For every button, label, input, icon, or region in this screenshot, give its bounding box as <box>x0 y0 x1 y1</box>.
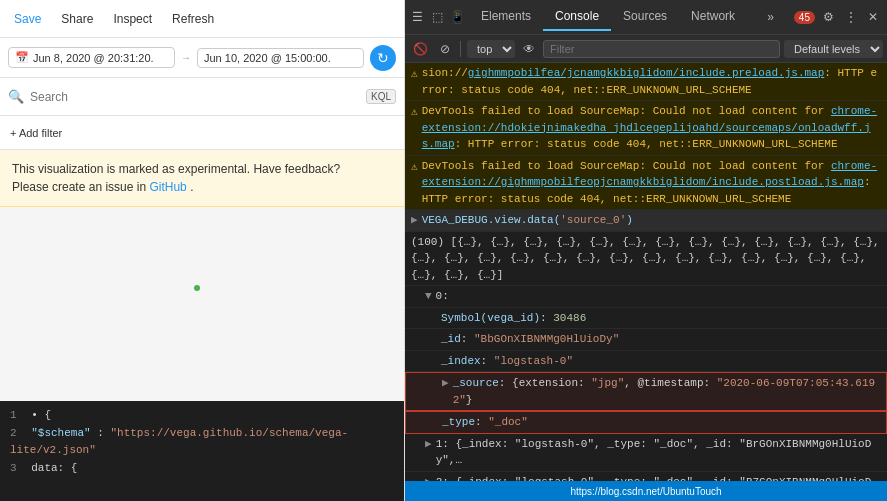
warning-line2: Please create an issue in <box>12 180 149 194</box>
console-filter-input[interactable] <box>543 40 780 58</box>
expand-2[interactable]: ▶ <box>425 474 432 482</box>
kql-badge[interactable]: KQL <box>366 89 396 104</box>
auto-refresh-button[interactable]: ↻ <box>370 45 396 71</box>
console-vega-cmd: ▶ VEGA_DEBUG.view.data('source_0') <box>405 210 887 232</box>
log-level-select[interactable]: Default levels <box>784 40 883 58</box>
console-symbol: Symbol(vega_id): 30486 <box>405 308 887 330</box>
source-map-link-2[interactable]: chrome-extension://hdokiejnimakedha jhdl… <box>422 105 878 150</box>
expand-1[interactable]: ▶ <box>425 436 432 453</box>
date-from-value: Jun 8, 2020 @ 20:31:20. <box>33 52 154 64</box>
console-source-highlighted: ▶ _source: {extension: "jpg", @timestamp… <box>405 372 887 411</box>
calendar-icon: 📅 <box>15 51 29 64</box>
console-warning-1: ⚠ sion://gighmmpobilfea/jcnamgkkbiglidom… <box>405 63 887 101</box>
date-to-picker[interactable]: Jun 10, 2020 @ 15:00:00. <box>197 48 364 68</box>
status-bar: https://blog.csdn.net/UbuntuTouch <box>405 481 887 501</box>
devtools-menu-icon[interactable]: ☰ <box>409 9 425 25</box>
console-warning-2-text: DevTools failed to load SourceMap: Could… <box>422 103 881 153</box>
item-0-label: 0: <box>436 288 881 305</box>
warning-icon: ⚠ <box>411 66 418 83</box>
devtools-panel: ☰ ⬚ 📱 Elements Console Sources Network »… <box>405 0 887 501</box>
console-item-0: ▼ 0: <box>405 286 887 308</box>
tab-console[interactable]: Console <box>543 3 611 31</box>
left-toolbar: Save Share Inspect Refresh <box>0 0 404 38</box>
devtools-device-icon[interactable]: 📱 <box>449 9 465 25</box>
toolbar-separator <box>460 41 461 57</box>
save-button[interactable]: Save <box>10 10 45 28</box>
warning-box: This visualization is marked as experime… <box>0 150 404 207</box>
tab-sources[interactable]: Sources <box>611 3 679 31</box>
search-input[interactable] <box>30 90 360 104</box>
close-devtools-icon[interactable]: ✕ <box>865 9 881 25</box>
error-count-badge: 45 <box>794 11 815 24</box>
devtools-tab-bar: ☰ ⬚ 📱 Elements Console Sources Network »… <box>405 0 887 35</box>
warning-icon-2: ⚠ <box>411 104 418 121</box>
vertical-dots-icon[interactable]: ⋮ <box>843 9 859 25</box>
warning-line1: This visualization is marked as experime… <box>12 162 340 176</box>
github-link[interactable]: GitHub <box>149 180 186 194</box>
console-id: _id: "BbGOnXIBNMMg0HlUioDy" <box>405 329 887 351</box>
warning-icon-3: ⚠ <box>411 159 418 176</box>
eye-icon[interactable]: 👁 <box>519 40 539 58</box>
date-from-picker[interactable]: 📅 Jun 8, 2020 @ 20:31:20. <box>8 47 175 68</box>
code-area: 1 • { 2 "$schema" : "https://vega.github… <box>0 401 404 501</box>
devtools-inspect-icon[interactable]: ⬚ <box>429 9 445 25</box>
clear-console-icon[interactable]: 🚫 <box>409 40 432 58</box>
status-url: https://blog.csdn.net/UbuntuTouch <box>413 486 879 497</box>
settings-icon[interactable]: ⚙ <box>821 9 837 25</box>
context-select[interactable]: top <box>467 40 515 58</box>
date-to-value: Jun 10, 2020 @ 15:00:00. <box>204 52 331 64</box>
refresh-button[interactable]: Refresh <box>168 10 218 28</box>
chart-area <box>0 207 404 401</box>
code-line-3: 3 data: { <box>10 460 394 478</box>
console-type-highlighted: _type: "_doc" <box>405 411 887 434</box>
inspect-button[interactable]: Inspect <box>109 10 156 28</box>
console-warning-3: ⚠ DevTools failed to load SourceMap: Cou… <box>405 156 887 211</box>
filter-row: Add filter <box>0 116 404 150</box>
warning-suffix: . <box>190 180 193 194</box>
console-array-result: (100) [{…}, {…}, {…}, {…}, {…}, {…}, {…}… <box>405 232 887 287</box>
expand-arrow-vega[interactable]: ▶ <box>411 212 418 229</box>
console-filter-icon[interactable]: ⊘ <box>436 40 454 58</box>
chart-dot <box>194 285 200 291</box>
console-item-2: ▶ 2: {_index: "logstash-0", _type: "_doc… <box>405 472 887 482</box>
vega-debug-text: VEGA_DEBUG.view.data('source_0') <box>422 212 881 229</box>
code-line-2: 2 "$schema" : "https://vega.github.io/sc… <box>10 425 394 460</box>
tab-network[interactable]: Network <box>679 3 747 31</box>
console-toolbar: 🚫 ⊘ top 👁 Default levels <box>405 35 887 63</box>
left-panel: Save Share Inspect Refresh 📅 Jun 8, 2020… <box>0 0 405 501</box>
console-warning-2: ⚠ DevTools failed to load SourceMap: Cou… <box>405 101 887 156</box>
tab-elements[interactable]: Elements <box>469 3 543 31</box>
array-result-text: (100) [{…}, {…}, {…}, {…}, {…}, {…}, {…}… <box>411 234 881 284</box>
tab-more-button[interactable]: » <box>759 10 782 24</box>
expand-source-arrow[interactable]: ▶ <box>442 375 449 392</box>
collapse-arrow-0[interactable]: ▼ <box>425 288 432 305</box>
source-map-link-3[interactable]: chrome-extension://gighmmpobilfeopjcnamg… <box>422 160 878 189</box>
console-warning-1-text: sion://gighmmpobilfea/jcnamgkkbiglidom/i… <box>422 65 881 98</box>
share-button[interactable]: Share <box>57 10 97 28</box>
console-warning-3-text: DevTools failed to load SourceMap: Could… <box>422 158 881 208</box>
console-output: ⚠ sion://gighmmpobilfea/jcnamgkkbiglidom… <box>405 63 887 481</box>
search-row: 🔍 KQL <box>0 78 404 116</box>
source-map-link-1[interactable]: gighmmpobilfea/jcnamgkkbiglidom/include.… <box>468 67 824 79</box>
console-item-1: ▶ 1: {_index: "logstash-0", _type: "_doc… <box>405 434 887 472</box>
date-arrow: → <box>181 52 191 63</box>
devtools-tab-icons: ☰ ⬚ 📱 <box>405 9 469 25</box>
code-line-1: 1 • { <box>10 407 394 425</box>
console-index: _index: "logstash-0" <box>405 351 887 373</box>
search-icon: 🔍 <box>8 89 24 104</box>
date-row: 📅 Jun 8, 2020 @ 20:31:20. → Jun 10, 2020… <box>0 38 404 78</box>
add-filter-button[interactable]: Add filter <box>10 127 62 139</box>
